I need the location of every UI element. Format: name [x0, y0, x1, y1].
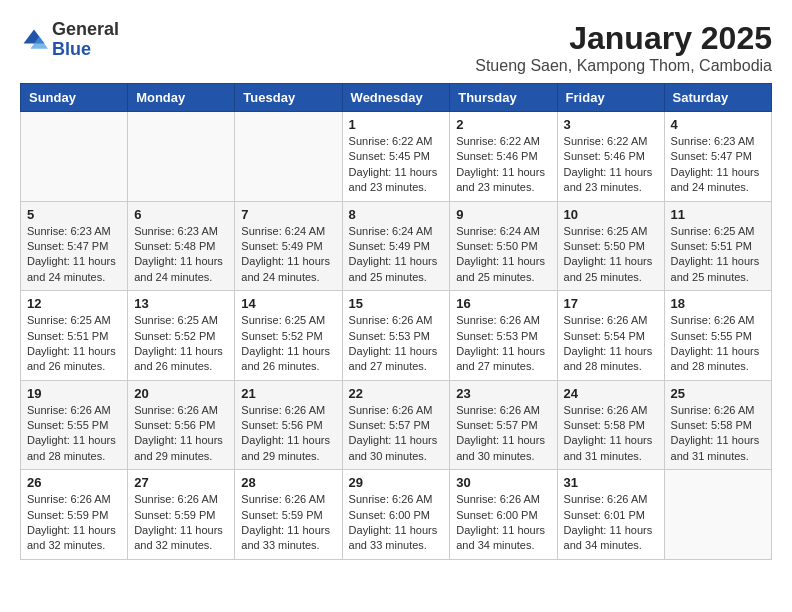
day-info: Sunrise: 6:26 AM Sunset: 6:01 PM Dayligh… [564, 492, 658, 554]
day-cell: 15Sunrise: 6:26 AM Sunset: 5:53 PM Dayli… [342, 291, 450, 381]
day-cell: 8Sunrise: 6:24 AM Sunset: 5:49 PM Daylig… [342, 201, 450, 291]
day-number: 28 [241, 475, 335, 490]
weekday-header-row: SundayMondayTuesdayWednesdayThursdayFrid… [21, 84, 772, 112]
day-info: Sunrise: 6:26 AM Sunset: 5:57 PM Dayligh… [349, 403, 444, 465]
day-info: Sunrise: 6:26 AM Sunset: 5:59 PM Dayligh… [27, 492, 121, 554]
day-number: 5 [27, 207, 121, 222]
day-number: 29 [349, 475, 444, 490]
day-cell: 14Sunrise: 6:25 AM Sunset: 5:52 PM Dayli… [235, 291, 342, 381]
day-number: 19 [27, 386, 121, 401]
day-cell: 27Sunrise: 6:26 AM Sunset: 5:59 PM Dayli… [128, 470, 235, 560]
day-cell: 20Sunrise: 6:26 AM Sunset: 5:56 PM Dayli… [128, 380, 235, 470]
day-number: 23 [456, 386, 550, 401]
day-info: Sunrise: 6:23 AM Sunset: 5:48 PM Dayligh… [134, 224, 228, 286]
day-number: 1 [349, 117, 444, 132]
logo-blue-text: Blue [52, 39, 91, 59]
day-cell: 23Sunrise: 6:26 AM Sunset: 5:57 PM Dayli… [450, 380, 557, 470]
week-row-2: 5Sunrise: 6:23 AM Sunset: 5:47 PM Daylig… [21, 201, 772, 291]
day-cell: 4Sunrise: 6:23 AM Sunset: 5:47 PM Daylig… [664, 112, 771, 202]
week-row-1: 1Sunrise: 6:22 AM Sunset: 5:45 PM Daylig… [21, 112, 772, 202]
day-number: 31 [564, 475, 658, 490]
day-cell [664, 470, 771, 560]
day-number: 24 [564, 386, 658, 401]
day-cell: 13Sunrise: 6:25 AM Sunset: 5:52 PM Dayli… [128, 291, 235, 381]
location-title: Stueng Saen, Kampong Thom, Cambodia [475, 57, 772, 75]
day-number: 14 [241, 296, 335, 311]
day-number: 10 [564, 207, 658, 222]
day-number: 18 [671, 296, 765, 311]
day-cell [235, 112, 342, 202]
day-cell: 16Sunrise: 6:26 AM Sunset: 5:53 PM Dayli… [450, 291, 557, 381]
day-cell: 3Sunrise: 6:22 AM Sunset: 5:46 PM Daylig… [557, 112, 664, 202]
day-cell: 12Sunrise: 6:25 AM Sunset: 5:51 PM Dayli… [21, 291, 128, 381]
day-cell [128, 112, 235, 202]
weekday-header-sunday: Sunday [21, 84, 128, 112]
day-cell: 10Sunrise: 6:25 AM Sunset: 5:50 PM Dayli… [557, 201, 664, 291]
day-cell: 9Sunrise: 6:24 AM Sunset: 5:50 PM Daylig… [450, 201, 557, 291]
day-info: Sunrise: 6:24 AM Sunset: 5:49 PM Dayligh… [241, 224, 335, 286]
day-cell [21, 112, 128, 202]
day-cell: 22Sunrise: 6:26 AM Sunset: 5:57 PM Dayli… [342, 380, 450, 470]
day-number: 9 [456, 207, 550, 222]
day-number: 26 [27, 475, 121, 490]
day-cell: 17Sunrise: 6:26 AM Sunset: 5:54 PM Dayli… [557, 291, 664, 381]
day-info: Sunrise: 6:26 AM Sunset: 5:59 PM Dayligh… [241, 492, 335, 554]
day-info: Sunrise: 6:26 AM Sunset: 5:59 PM Dayligh… [134, 492, 228, 554]
weekday-header-friday: Friday [557, 84, 664, 112]
day-number: 4 [671, 117, 765, 132]
day-cell: 2Sunrise: 6:22 AM Sunset: 5:46 PM Daylig… [450, 112, 557, 202]
week-row-5: 26Sunrise: 6:26 AM Sunset: 5:59 PM Dayli… [21, 470, 772, 560]
day-info: Sunrise: 6:25 AM Sunset: 5:52 PM Dayligh… [134, 313, 228, 375]
day-info: Sunrise: 6:26 AM Sunset: 5:53 PM Dayligh… [349, 313, 444, 375]
day-number: 25 [671, 386, 765, 401]
day-info: Sunrise: 6:26 AM Sunset: 5:54 PM Dayligh… [564, 313, 658, 375]
weekday-header-monday: Monday [128, 84, 235, 112]
title-area: January 2025 Stueng Saen, Kampong Thom, … [475, 20, 772, 75]
day-info: Sunrise: 6:26 AM Sunset: 5:55 PM Dayligh… [671, 313, 765, 375]
day-info: Sunrise: 6:23 AM Sunset: 5:47 PM Dayligh… [671, 134, 765, 196]
day-number: 13 [134, 296, 228, 311]
day-number: 15 [349, 296, 444, 311]
day-number: 12 [27, 296, 121, 311]
day-info: Sunrise: 6:26 AM Sunset: 6:00 PM Dayligh… [456, 492, 550, 554]
week-row-4: 19Sunrise: 6:26 AM Sunset: 5:55 PM Dayli… [21, 380, 772, 470]
day-cell: 31Sunrise: 6:26 AM Sunset: 6:01 PM Dayli… [557, 470, 664, 560]
day-cell: 1Sunrise: 6:22 AM Sunset: 5:45 PM Daylig… [342, 112, 450, 202]
logo-general-text: General [52, 19, 119, 39]
day-cell: 5Sunrise: 6:23 AM Sunset: 5:47 PM Daylig… [21, 201, 128, 291]
day-info: Sunrise: 6:23 AM Sunset: 5:47 PM Dayligh… [27, 224, 121, 286]
week-row-3: 12Sunrise: 6:25 AM Sunset: 5:51 PM Dayli… [21, 291, 772, 381]
day-number: 3 [564, 117, 658, 132]
day-number: 27 [134, 475, 228, 490]
day-info: Sunrise: 6:26 AM Sunset: 5:57 PM Dayligh… [456, 403, 550, 465]
day-number: 2 [456, 117, 550, 132]
day-number: 6 [134, 207, 228, 222]
day-info: Sunrise: 6:24 AM Sunset: 5:50 PM Dayligh… [456, 224, 550, 286]
day-info: Sunrise: 6:22 AM Sunset: 5:45 PM Dayligh… [349, 134, 444, 196]
day-info: Sunrise: 6:22 AM Sunset: 5:46 PM Dayligh… [456, 134, 550, 196]
day-cell: 19Sunrise: 6:26 AM Sunset: 5:55 PM Dayli… [21, 380, 128, 470]
day-info: Sunrise: 6:26 AM Sunset: 6:00 PM Dayligh… [349, 492, 444, 554]
day-cell: 26Sunrise: 6:26 AM Sunset: 5:59 PM Dayli… [21, 470, 128, 560]
logo: General Blue [20, 20, 119, 60]
day-cell: 29Sunrise: 6:26 AM Sunset: 6:00 PM Dayli… [342, 470, 450, 560]
calendar: SundayMondayTuesdayWednesdayThursdayFrid… [20, 83, 772, 560]
weekday-header-wednesday: Wednesday [342, 84, 450, 112]
day-info: Sunrise: 6:24 AM Sunset: 5:49 PM Dayligh… [349, 224, 444, 286]
day-info: Sunrise: 6:26 AM Sunset: 5:55 PM Dayligh… [27, 403, 121, 465]
day-info: Sunrise: 6:22 AM Sunset: 5:46 PM Dayligh… [564, 134, 658, 196]
day-cell: 30Sunrise: 6:26 AM Sunset: 6:00 PM Dayli… [450, 470, 557, 560]
day-number: 17 [564, 296, 658, 311]
day-cell: 21Sunrise: 6:26 AM Sunset: 5:56 PM Dayli… [235, 380, 342, 470]
weekday-header-thursday: Thursday [450, 84, 557, 112]
day-number: 20 [134, 386, 228, 401]
day-info: Sunrise: 6:25 AM Sunset: 5:50 PM Dayligh… [564, 224, 658, 286]
day-number: 16 [456, 296, 550, 311]
header: General Blue January 2025 Stueng Saen, K… [20, 20, 772, 75]
day-number: 30 [456, 475, 550, 490]
day-info: Sunrise: 6:26 AM Sunset: 5:53 PM Dayligh… [456, 313, 550, 375]
day-number: 11 [671, 207, 765, 222]
day-cell: 7Sunrise: 6:24 AM Sunset: 5:49 PM Daylig… [235, 201, 342, 291]
day-cell: 11Sunrise: 6:25 AM Sunset: 5:51 PM Dayli… [664, 201, 771, 291]
day-info: Sunrise: 6:26 AM Sunset: 5:58 PM Dayligh… [564, 403, 658, 465]
